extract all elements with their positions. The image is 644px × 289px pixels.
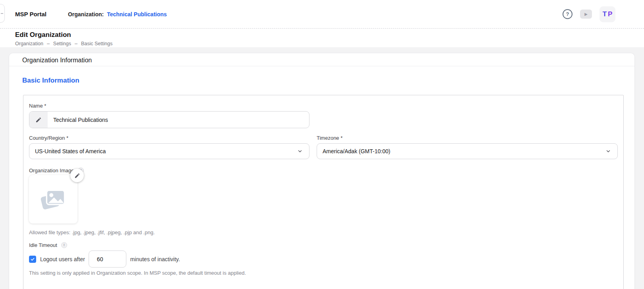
- idle-timeout-note: This setting is only applied in Organiza…: [29, 270, 618, 276]
- page-content: Organization Information Basic Informati…: [0, 47, 644, 289]
- country-timezone-row: Country/Region * US-United States of Ame…: [29, 135, 618, 159]
- chevron-down-icon: [297, 148, 303, 154]
- page-title: Edit Organization: [15, 31, 644, 39]
- header-actions: ? ▶ T P: [563, 6, 615, 22]
- breadcrumb-item-basic-settings: Basic Settings: [81, 41, 112, 46]
- breadcrumb-item-settings[interactable]: Settings: [53, 41, 71, 46]
- idle-timeout-row: Logout users after minutes of inactivity…: [29, 250, 618, 268]
- avatar[interactable]: T P: [600, 6, 615, 22]
- logout-prefix-text: Logout users after: [40, 256, 85, 262]
- breadcrumb: Organization – Settings – Basic Settings: [15, 41, 644, 46]
- card-body: Basic Information Name * Country/Region: [9, 66, 634, 289]
- timezone-select[interactable]: America/Adak (GMT-10:00): [317, 143, 618, 159]
- organization-image-label-row: Organization Image !: [29, 166, 618, 174]
- play-icon: ▶: [584, 12, 588, 16]
- top-header: MSP Portal Organization: Technical Publi…: [0, 0, 644, 29]
- check-icon: [30, 257, 35, 262]
- page-title-bar: Edit Organization Organization – Setting…: [0, 29, 644, 47]
- pencil-icon: [74, 173, 80, 179]
- logout-checkbox[interactable]: [29, 256, 36, 263]
- sidebar-collapse-button[interactable]: [0, 4, 5, 23]
- card-title: Organization Information: [9, 53, 634, 66]
- breadcrumb-item-organization[interactable]: Organization: [15, 41, 43, 46]
- organization-image-block: Organization Image !: [29, 166, 618, 235]
- logout-suffix-text: minutes of inactivity.: [130, 256, 180, 262]
- breadcrumb-separator: –: [47, 41, 50, 46]
- timezone-label: Timezone *: [317, 135, 618, 141]
- idle-timeout-label-row: Idle Timeout !: [29, 241, 618, 249]
- organization-image-wrap: [29, 175, 77, 223]
- organization-label: Organization:: [68, 11, 104, 17]
- idle-timeout-label: Idle Timeout: [29, 242, 57, 248]
- organization-link[interactable]: Technical Publications: [107, 11, 167, 17]
- help-icon[interactable]: ?: [563, 9, 572, 19]
- organization-information-card: Organization Information Basic Informati…: [9, 53, 635, 289]
- country-label: Country/Region *: [29, 135, 309, 141]
- chevron-down-icon: [605, 148, 611, 154]
- name-input[interactable]: [48, 112, 309, 128]
- edit-pencil-icon: [29, 112, 48, 128]
- app-title: MSP Portal: [15, 11, 46, 17]
- video-tutorial-button[interactable]: ▶: [580, 10, 592, 19]
- country-select[interactable]: US-United States of America: [29, 143, 309, 159]
- timezone-value: America/Adak (GMT-10:00): [323, 148, 390, 154]
- organization-image-placeholder[interactable]: [29, 175, 77, 223]
- allowed-file-types-text: Allowed file types: .jpg, .jpeg, .jfif, …: [29, 229, 618, 235]
- avatar-initial-1: T: [603, 10, 608, 18]
- name-field-group: [29, 111, 309, 128]
- image-placeholder-icon: [38, 184, 68, 214]
- section-title-basic-information: Basic Information: [22, 77, 623, 85]
- edit-image-button[interactable]: [70, 169, 84, 182]
- basic-information-fieldset: Name * Country/Region * US-United State: [23, 95, 624, 289]
- info-icon[interactable]: !: [61, 242, 67, 248]
- country-value: US-United States of America: [35, 148, 106, 154]
- name-label: Name *: [29, 102, 618, 109]
- minutes-input[interactable]: [89, 250, 126, 268]
- collapse-icon: [1, 13, 3, 14]
- organization-image-label: Organization Image: [29, 168, 74, 173]
- breadcrumb-separator: –: [75, 41, 77, 46]
- avatar-initial-2: P: [608, 10, 613, 18]
